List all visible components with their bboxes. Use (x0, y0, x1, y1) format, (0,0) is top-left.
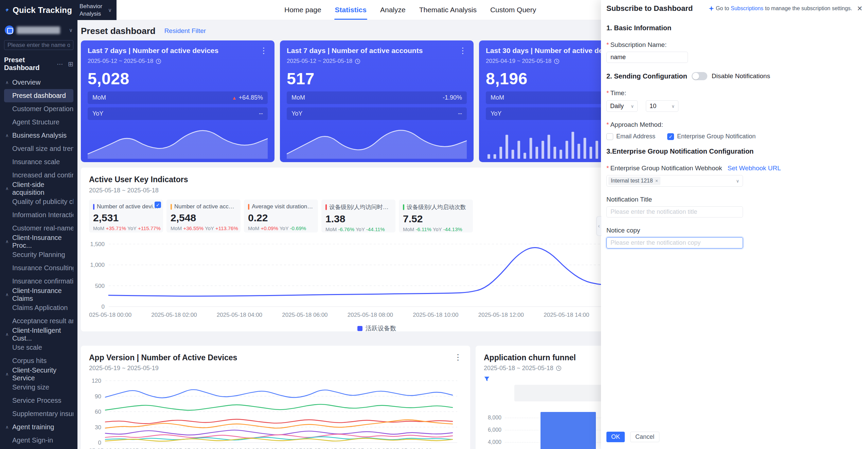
yoy-label: YoY (127, 225, 138, 231)
kebab-menu-icon[interactable]: ⋮ (454, 353, 462, 361)
frequency-select[interactable]: Daily ∨ (606, 100, 638, 112)
tree-node-client-intelligent-cust[interactable]: ∧Client-Intelligent Cust... (4, 328, 73, 341)
tree-item-claims-application[interactable]: Claims Application (4, 301, 73, 314)
tree-item-overall-size-and-trends[interactable]: Overall size and trends (4, 142, 73, 155)
kpi-card-number-of-active-accounts[interactable]: Number of active accounts2,548MoM +36.55… (166, 200, 241, 232)
mom-value: +0.09% (261, 225, 280, 231)
subscription-name-input[interactable] (606, 52, 688, 63)
svg-text:2025-05-19 09:00: 2025-05-19 09:00 (213, 448, 258, 449)
tree-item-increased-and-continu[interactable]: Increased and continu... (4, 169, 73, 182)
nav-analyze[interactable]: Analyze (379, 0, 406, 20)
nav-custom-query[interactable]: Custom Query (490, 0, 537, 20)
tree-item-serving-size[interactable]: Serving size (4, 381, 73, 394)
workspace-selector[interactable]: ∨ (4, 25, 73, 35)
tree-item-agent-sign-in[interactable]: Agent Sign-in (4, 434, 73, 447)
cancel-button[interactable]: Cancel (630, 432, 659, 442)
tag-remove-icon[interactable]: × (655, 178, 658, 184)
top-nav: Home pageStatisticsAnalyzeThematic Analy… (284, 0, 537, 20)
email-address-label[interactable]: Email Address (616, 133, 655, 140)
tree-item-customer-real-name-a[interactable]: Customer real-name a... (4, 222, 73, 235)
tree-node-overview[interactable]: ∧Overview (4, 76, 73, 89)
funnel-bar[interactable] (541, 412, 596, 449)
app-version-date-range: 2025-05-19 ~ 2025-05-19 (89, 365, 462, 372)
product-switcher[interactable]: Behavior Analysis ∨ (79, 3, 112, 17)
subscription-name-label-text: Subscription Name: (610, 41, 667, 48)
tree-item-customer-operations[interactable]: Customer Operations (4, 102, 73, 116)
date-range-text: 2025-05-12 ~ 2025-05-18 (88, 58, 153, 65)
kebab-menu-icon[interactable]: ⋮ (260, 47, 268, 55)
app-version-trend-svg: 03060901202025-05-19 00:002025-05-19 03:… (89, 377, 462, 449)
tree-node-client-insurance-proc[interactable]: ∧Client-Insurance Proc... (4, 235, 73, 248)
more-icon[interactable]: ⋯ (57, 60, 63, 68)
yoy-value: -- (458, 110, 462, 117)
tree-node-agent-training[interactable]: ∧Agent training (4, 420, 73, 434)
drawer-header: Subscribe to Dashboard Go toSubscription… (601, 0, 868, 17)
tree-item-insurance-consulting[interactable]: Insurance Consulting (4, 261, 73, 275)
yoy-label: YoY (433, 226, 443, 232)
tree-node-client-security-service[interactable]: ∧Client-Security Service (4, 367, 73, 381)
tree-item-quality-of-publicity-ch[interactable]: Quality of publicity ch... (4, 195, 73, 208)
tree-node-business-analysis[interactable]: ∧Business Analysis (4, 129, 73, 142)
tree-item-service-process[interactable]: Service Process (4, 394, 73, 407)
yoy-label: YoY (291, 110, 302, 117)
ok-button[interactable]: OK (606, 432, 625, 442)
notification-title-input[interactable] (606, 206, 743, 218)
kpi-value: 0.22 (248, 212, 314, 224)
tree-item-information-interactio[interactable]: Information Interactio... (4, 208, 73, 222)
set-webhook-url-link[interactable]: Set Webhook URL (728, 165, 781, 172)
required-asterisk: * (606, 165, 609, 172)
tree-item-insurance-confirmatio[interactable]: Insurance confirmatio... (4, 275, 73, 288)
enterprise-group-checkbox[interactable]: ✓ (667, 133, 674, 140)
sidebar-search-input[interactable] (4, 40, 73, 50)
nav-thematic-analysis[interactable]: Thematic Analysis (419, 0, 477, 20)
required-asterisk: * (606, 121, 609, 128)
tree-item-preset-dashboard[interactable]: Preset dashboard (4, 89, 73, 102)
enterprise-group-label[interactable]: Enterprise Group Notification (677, 133, 756, 140)
tree-node-client-side-acquisition[interactable]: ∧Client-side acquisition (4, 182, 73, 195)
disable-notifications-toggle[interactable] (692, 72, 707, 80)
kebab-menu-icon[interactable]: ⋮ (459, 47, 467, 55)
tree-item-acceptance-result-ana[interactable]: Acceptance result ana... (4, 314, 73, 328)
email-address-checkbox[interactable] (606, 133, 613, 140)
legend-swatch (357, 326, 362, 331)
nav-statistics[interactable]: Statistics (334, 0, 367, 20)
kpi-card-average-visit-duration-minutes[interactable]: Average visit duration (minutes)0.22MoM … (244, 200, 318, 232)
yoy-row: YoY-- (287, 107, 467, 120)
subscriptions-link[interactable]: Subscriptions (731, 5, 763, 12)
resident-filter-link[interactable]: Resident Filter (164, 27, 206, 35)
tree-item-security-planning[interactable]: Security Planning (4, 248, 73, 261)
kpi-card-number-of-active-devices[interactable]: Number of active devices✓2,531MoM +35.71… (89, 200, 163, 232)
kpi-label: Number of active devices (97, 203, 159, 210)
svg-text:90: 90 (95, 393, 101, 400)
drawer-collapse-handle[interactable]: ‹ (596, 216, 601, 236)
svg-text:2025-05-19 00:00: 2025-05-19 00:00 (89, 448, 128, 449)
chart-legend[interactable]: 活跃设备数 (89, 324, 665, 332)
checked-checkbox-icon[interactable]: ✓ (155, 202, 161, 208)
approach-method-label: *Approach Method: (606, 121, 863, 128)
yoy-label: YoY (356, 226, 366, 232)
tree-item-use-scale[interactable]: Use scale (4, 341, 73, 354)
expand-panel-icon[interactable]: ⊞ (68, 60, 73, 68)
kpi-card-[interactable]: 设备级别/人均访问时长（分钟）1.38MoM -6.76% YoY -44.11… (321, 200, 395, 232)
webhook-select[interactable]: Internal test 1218 × ∨ (606, 175, 743, 187)
hour-select[interactable]: 10 ∨ (646, 100, 678, 112)
note-prefix: Go to (716, 5, 729, 12)
mom-value: +36.55% (183, 225, 205, 231)
yoy-value: +115.77% (138, 225, 161, 231)
tree-item-supplementary-insura[interactable]: Supplementary insura... (4, 407, 73, 420)
nav-home-page[interactable]: Home page (284, 0, 322, 20)
frequency-value: Daily (610, 103, 624, 110)
disable-notifications-label: Disable Notifications (712, 72, 770, 80)
tree-item-corpus-hits[interactable]: Corpus hits (4, 354, 73, 367)
mom-label: MoM (171, 225, 183, 231)
kpi-card-[interactable]: 设备级别/人均启动次数7.52MoM -6.11% YoY -44.13% (399, 200, 473, 232)
tree-node-client-insurance-claims[interactable]: ∧Client-Insurance Claims (4, 288, 73, 301)
notice-copy-input[interactable] (606, 237, 743, 248)
tree-item-insurance-scale[interactable]: Insurance scale (4, 155, 73, 169)
kpi-delta-row: MoM -6.76% YoY -44.11% (325, 226, 391, 232)
page-title: Preset dashboard (81, 26, 156, 36)
sparkline-chart (88, 124, 268, 159)
close-icon[interactable]: ✕ (857, 4, 863, 13)
tree-item-agent-structure[interactable]: Agent Structure (4, 116, 73, 129)
funnel-date-text: 2025-05-18 ~ 2025-05-18 (484, 365, 553, 372)
